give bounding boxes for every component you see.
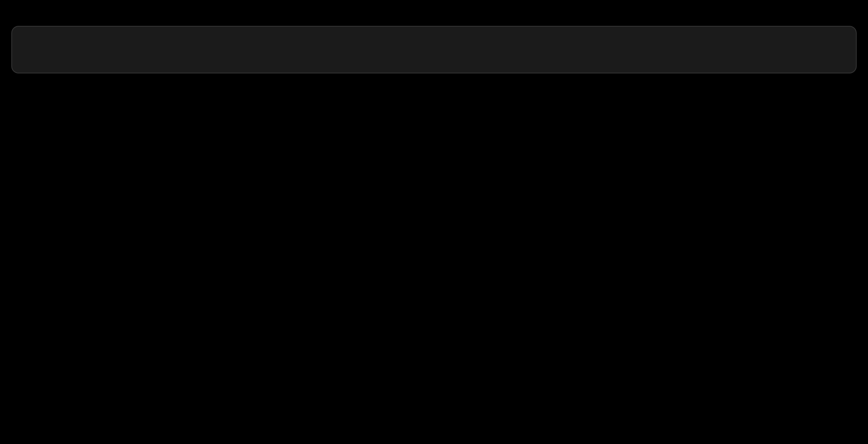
shift-row: [11, 320, 857, 375]
number-row: [11, 139, 857, 195]
keyboard: [0, 79, 868, 444]
qwerty-row: [11, 200, 857, 255]
titlebar: [0, 0, 868, 18]
function-row: [11, 79, 857, 134]
home-row: [11, 260, 857, 315]
bottom-row: [11, 381, 857, 436]
suggestions-bar: [11, 26, 857, 73]
